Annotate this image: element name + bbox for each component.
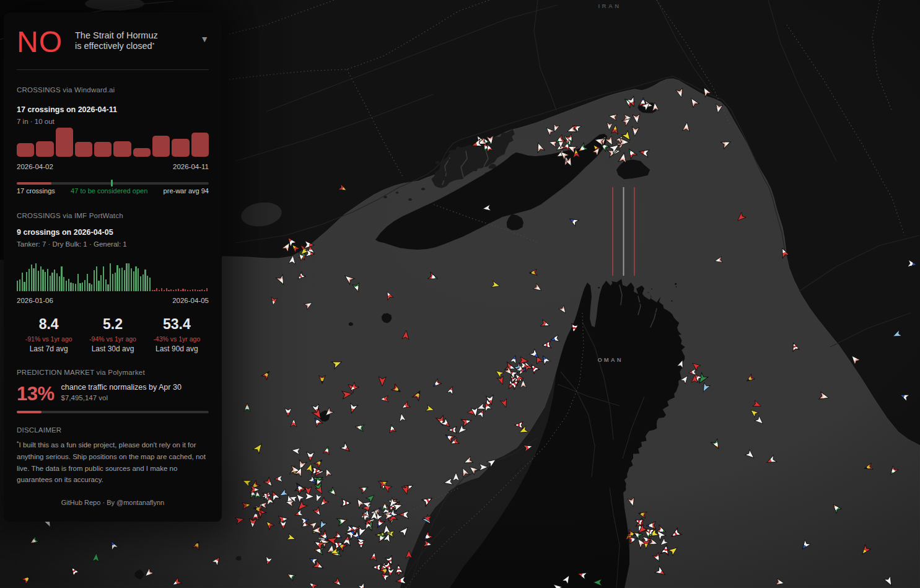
svg-text:IRAN: IRAN — [598, 2, 621, 9]
svg-text:OMAN: OMAN — [597, 356, 623, 363]
